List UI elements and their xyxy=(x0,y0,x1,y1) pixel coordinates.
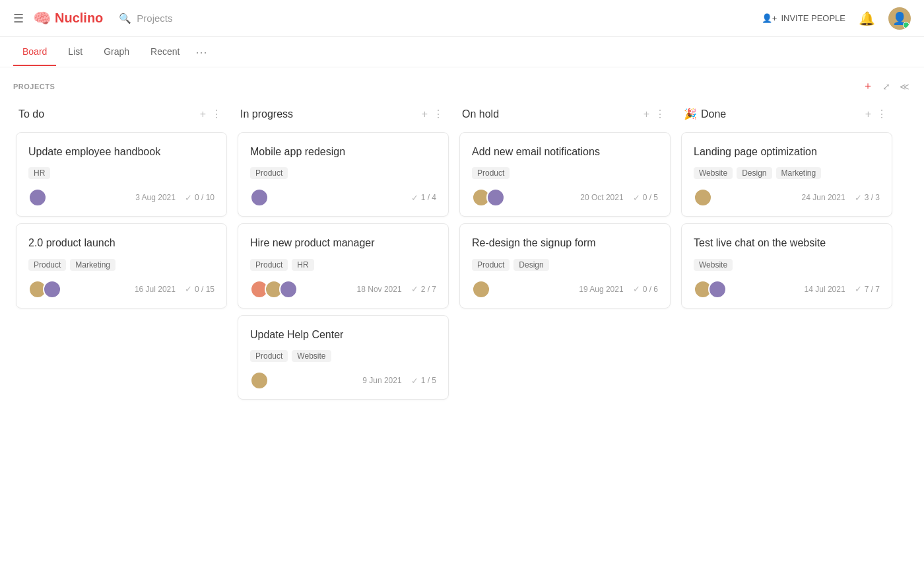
column-header-on-hold: On hold+⋮ xyxy=(459,101,671,127)
tab-list[interactable]: List xyxy=(59,38,92,66)
tab-board[interactable]: Board xyxy=(13,38,56,66)
card-title: Update Help Center xyxy=(250,328,436,342)
invite-icon: 👤+ xyxy=(762,13,777,23)
column-title-in-progress: In progress xyxy=(240,108,419,120)
column-more-button-on-hold[interactable]: ⋮ xyxy=(652,106,668,122)
card-footer: 16 Jul 2021✓ 0 / 15 xyxy=(28,280,214,299)
card-avatars xyxy=(28,280,57,299)
kanban-card[interactable]: Update employee handbookHR3 Aug 2021✓ 0 … xyxy=(16,132,227,217)
column-title-todo: To do xyxy=(18,108,197,120)
check-icon: ✓ xyxy=(185,193,192,203)
card-footer: 24 Jun 2021✓ 3 / 3 xyxy=(694,188,880,207)
card-tasks: ✓ 1 / 4 xyxy=(411,193,436,203)
card-tag: Design xyxy=(737,167,772,179)
tab-more-icon[interactable]: ⋯ xyxy=(191,42,211,62)
kanban-card[interactable]: Mobile app redesignProduct✓ 1 / 4 xyxy=(238,132,449,217)
card-tasks: ✓ 2 / 7 xyxy=(411,284,436,294)
card-date: 20 Oct 2021 xyxy=(580,193,623,202)
card-title: Add new email notifications xyxy=(472,145,658,159)
tabs-bar: Board List Graph Recent ⋯ xyxy=(0,37,924,67)
card-tasks: ✓ 7 / 7 xyxy=(855,284,880,294)
card-avatars xyxy=(472,280,486,299)
header-actions: 👤+ INVITE PEOPLE 🔔 👤 xyxy=(762,7,911,30)
card-tasks: ✓ 0 / 10 xyxy=(185,193,214,203)
card-date: 9 Jun 2021 xyxy=(362,376,401,385)
add-card-button-todo[interactable]: + xyxy=(197,107,209,122)
card-date: 3 Aug 2021 xyxy=(135,193,176,202)
kanban-card[interactable]: 2.0 product launchProductMarketing16 Jul… xyxy=(16,223,227,308)
add-card-button-in-progress[interactable]: + xyxy=(419,107,430,122)
card-avatar xyxy=(486,188,505,207)
card-tag: HR xyxy=(292,259,314,271)
user-avatar[interactable]: 👤 xyxy=(888,7,911,30)
card-footer: ✓ 1 / 4 xyxy=(250,188,436,207)
search-placeholder: Projects xyxy=(137,13,172,24)
column-on-hold: On hold+⋮Add new email notificationsProd… xyxy=(459,101,671,315)
card-tags: ProductDesign xyxy=(472,259,658,271)
card-avatars xyxy=(472,188,501,207)
card-tag: Product xyxy=(250,167,288,179)
card-tags: Website xyxy=(694,259,880,271)
kanban-card[interactable]: Update Help CenterProductWebsite9 Jun 20… xyxy=(238,315,449,400)
card-avatar xyxy=(708,280,727,299)
card-tag: Design xyxy=(513,259,548,271)
column-more-button-todo[interactable]: ⋮ xyxy=(209,106,224,122)
board-header: PROJECTS ＋ ⤢ ≪ xyxy=(0,67,924,101)
check-icon: ✓ xyxy=(855,284,862,294)
kanban-card[interactable]: Re-design the signup formProductDesign19… xyxy=(459,223,671,308)
column-header-todo: To do+⋮ xyxy=(16,101,227,127)
card-tag: Product xyxy=(250,259,288,271)
card-avatars xyxy=(250,280,294,299)
add-card-button-done[interactable]: + xyxy=(863,107,874,122)
column-header-in-progress: In progress+⋮ xyxy=(238,101,449,127)
notification-bell-icon[interactable]: 🔔 xyxy=(859,11,875,26)
card-title: Re-design the signup form xyxy=(472,236,658,250)
card-title: Update employee handbook xyxy=(28,145,214,159)
column-more-button-in-progress[interactable]: ⋮ xyxy=(430,106,446,122)
card-avatars xyxy=(28,188,43,207)
search-bar[interactable]: 🔍 Projects xyxy=(119,13,762,24)
card-tags: ProductWebsite xyxy=(250,350,436,362)
card-tag: Marketing xyxy=(776,167,822,179)
logo[interactable]: 🧠 Nuclino xyxy=(33,10,103,27)
card-meta: 19 Aug 2021✓ 0 / 6 xyxy=(579,284,658,294)
tab-graph[interactable]: Graph xyxy=(94,38,139,66)
column-more-button-done[interactable]: ⋮ xyxy=(874,106,890,122)
card-tag: Website xyxy=(292,350,331,362)
add-column-button[interactable]: ＋ xyxy=(861,78,874,94)
kanban-card[interactable]: Hire new product managerProductHR18 Nov … xyxy=(238,223,449,308)
card-meta: 3 Aug 2021✓ 0 / 10 xyxy=(135,193,214,203)
collapse-icon[interactable]: ≪ xyxy=(898,80,911,93)
card-tasks: ✓ 0 / 6 xyxy=(633,284,658,294)
kanban-card[interactable]: Landing page optimizationWebsiteDesignMa… xyxy=(681,132,892,217)
card-tag: Marketing xyxy=(70,259,116,271)
card-meta: 18 Nov 2021✓ 2 / 7 xyxy=(357,284,436,294)
check-icon: ✓ xyxy=(855,193,862,203)
card-avatars xyxy=(694,280,723,299)
kanban-board: To do+⋮Update employee handbookHR3 Aug 2… xyxy=(0,101,924,419)
tab-recent[interactable]: Recent xyxy=(141,38,189,66)
column-title-done: 🎉Done xyxy=(684,108,863,120)
card-tags: Product xyxy=(472,167,658,179)
card-avatar xyxy=(28,188,47,207)
check-icon: ✓ xyxy=(185,284,192,294)
card-date: 18 Nov 2021 xyxy=(357,285,402,294)
card-tags: HR xyxy=(28,167,214,179)
add-card-button-on-hold[interactable]: + xyxy=(641,107,652,122)
card-tag: HR xyxy=(28,167,50,179)
kanban-card[interactable]: Test live chat on the websiteWebsite14 J… xyxy=(681,223,892,308)
card-tag: Product xyxy=(28,259,66,271)
search-icon: 🔍 xyxy=(119,13,131,24)
invite-label: INVITE PEOPLE xyxy=(781,13,845,23)
avatar-face: 👤 xyxy=(892,11,907,26)
hamburger-icon[interactable]: ☰ xyxy=(13,11,24,26)
card-footer: 9 Jun 2021✓ 1 / 5 xyxy=(250,371,436,390)
kanban-card[interactable]: Add new email notificationsProduct20 Oct… xyxy=(459,132,671,217)
expand-icon[interactable]: ⤢ xyxy=(881,80,892,93)
card-avatar xyxy=(250,188,269,207)
card-tag: Website xyxy=(694,167,733,179)
check-icon: ✓ xyxy=(411,376,418,386)
card-tasks: ✓ 1 / 5 xyxy=(411,376,436,386)
invite-button[interactable]: 👤+ INVITE PEOPLE xyxy=(762,13,845,23)
column-in-progress: In progress+⋮Mobile app redesignProduct✓… xyxy=(238,101,449,406)
